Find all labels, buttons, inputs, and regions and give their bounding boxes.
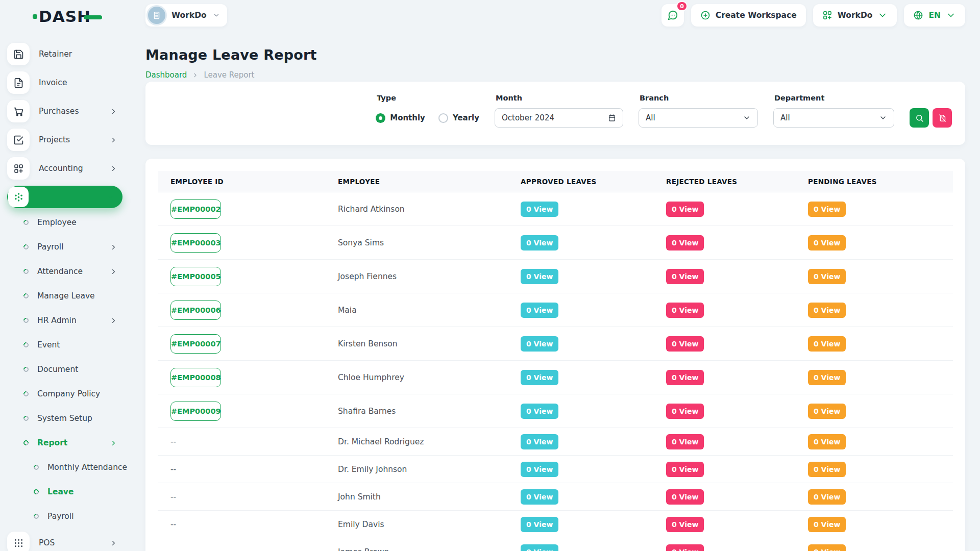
sidebar-item-manage-leave[interactable]: Manage Leave bbox=[0, 287, 122, 305]
pending-view-badge[interactable]: 0 View bbox=[808, 517, 846, 532]
chevron-right-icon bbox=[110, 539, 117, 547]
rejected-view-badge[interactable]: 0 View bbox=[666, 235, 704, 251]
employee-id-badge[interactable]: #EMP00005 bbox=[170, 267, 221, 286]
pending-view-badge[interactable]: 0 View bbox=[808, 370, 846, 385]
approved-view-badge[interactable]: 0 View bbox=[521, 269, 558, 284]
sidebar-item-payroll[interactable]: Payroll bbox=[0, 507, 122, 525]
approved-view-badge[interactable]: 0 View bbox=[521, 404, 558, 419]
approved-view-badge[interactable]: 0 View bbox=[521, 202, 558, 217]
rejected-view-badge[interactable]: 0 View bbox=[666, 202, 704, 217]
approved-view-badge[interactable]: 0 View bbox=[521, 462, 558, 477]
rejected-view-badge[interactable]: 0 View bbox=[666, 462, 704, 477]
sidebar-item-projects[interactable]: Projects bbox=[7, 129, 122, 151]
rejected-view-badge[interactable]: 0 View bbox=[666, 336, 704, 352]
pending-view-badge[interactable]: 0 View bbox=[808, 235, 846, 251]
sidebar-item-retainer[interactable]: Retainer bbox=[7, 43, 122, 65]
export-off-button[interactable] bbox=[933, 108, 952, 128]
approved-view-badge[interactable]: 0 View bbox=[521, 235, 558, 251]
sidebar-item-invoice[interactable]: Invoice bbox=[7, 71, 122, 94]
approved-view-badge[interactable]: 0 View bbox=[521, 489, 558, 505]
rejected-view-badge[interactable]: 0 View bbox=[666, 434, 704, 449]
rejected-view-badge[interactable]: 0 View bbox=[666, 404, 704, 419]
rejected-view-badge[interactable]: 0 View bbox=[666, 544, 704, 551]
approved-view-badge[interactable]: 0 View bbox=[521, 370, 558, 385]
employee-id-badge[interactable]: #EMP00002 bbox=[170, 199, 221, 219]
month-input[interactable]: October 2024 bbox=[495, 108, 623, 128]
employee-id-badge[interactable]: #EMP00003 bbox=[170, 233, 221, 253]
pending-leaves-cell: 0 View bbox=[795, 404, 953, 419]
breadcrumb-dashboard-link[interactable]: Dashboard bbox=[145, 70, 187, 80]
create-workspace-button[interactable]: Create Workspace bbox=[691, 4, 806, 27]
employee-id-badge[interactable]: #EMP00009 bbox=[170, 402, 221, 421]
rejected-leaves-cell: 0 View bbox=[653, 303, 795, 318]
employee-id-badge[interactable]: #EMP00008 bbox=[170, 368, 221, 387]
table-row: --James Brown0 View0 View0 View bbox=[158, 538, 953, 551]
employee-id-cell: -- bbox=[158, 437, 325, 446]
approved-view-badge[interactable]: 0 View bbox=[521, 544, 558, 551]
rejected-view-badge[interactable]: 0 View bbox=[666, 517, 704, 532]
sidebar-item-employee[interactable]: Employee bbox=[0, 213, 122, 232]
radio-selected-icon bbox=[376, 113, 385, 123]
pending-view-badge[interactable]: 0 View bbox=[808, 544, 846, 551]
department-select[interactable]: All bbox=[773, 108, 894, 128]
dash-logo[interactable]: DASH bbox=[33, 7, 102, 26]
sidebar-item-event[interactable]: Event bbox=[0, 336, 122, 354]
pending-view-badge[interactable]: 0 View bbox=[808, 462, 846, 477]
sidebar-item-report[interactable]: Report bbox=[0, 434, 122, 452]
approved-view-badge[interactable]: 0 View bbox=[521, 336, 558, 352]
radio-yearly[interactable]: Yearly bbox=[438, 113, 479, 123]
rejected-view-badge[interactable]: 0 View bbox=[666, 489, 704, 505]
pending-view-badge[interactable]: 0 View bbox=[808, 269, 846, 284]
sidebar-item-company-policy[interactable]: Company Policy bbox=[0, 385, 122, 403]
column-header: EMPLOYEE ID bbox=[158, 178, 325, 186]
sidebar-item-attendance[interactable]: Attendance bbox=[0, 262, 122, 281]
radio-monthly[interactable]: Monthly bbox=[376, 113, 425, 123]
radio-unselected-icon bbox=[438, 113, 448, 123]
bullet-icon bbox=[22, 415, 30, 422]
cart-icon bbox=[7, 100, 30, 122]
employee-id-badge[interactable]: #EMP00007 bbox=[170, 334, 221, 354]
employee-id-cell: #EMP00009 bbox=[158, 402, 325, 421]
pending-view-badge[interactable]: 0 View bbox=[808, 202, 846, 217]
approved-view-badge[interactable]: 0 View bbox=[521, 517, 558, 532]
chevron-right-icon bbox=[110, 317, 117, 324]
sidebar-item-purchases[interactable]: Purchases bbox=[7, 100, 122, 122]
pending-view-badge[interactable]: 0 View bbox=[808, 489, 846, 505]
workspace-switcher[interactable]: WorkDo bbox=[145, 4, 227, 27]
bullet-icon bbox=[22, 341, 30, 348]
topbar: WorkDo 0 Create Workspace WorkDo EN bbox=[145, 4, 965, 27]
rejected-view-badge[interactable]: 0 View bbox=[666, 370, 704, 385]
sidebar-item-label: Purchases bbox=[39, 107, 79, 116]
rejected-view-badge[interactable]: 0 View bbox=[666, 303, 704, 318]
employee-id-empty: -- bbox=[170, 492, 176, 502]
approved-leaves-cell: 0 View bbox=[508, 202, 653, 217]
pending-view-badge[interactable]: 0 View bbox=[808, 303, 846, 318]
approved-view-badge[interactable]: 0 View bbox=[521, 303, 558, 318]
employee-name: James Brown bbox=[325, 547, 508, 551]
table-row: #EMP00005Joseph Fiennes0 View0 View0 Vie… bbox=[158, 260, 953, 293]
messages-button[interactable]: 0 bbox=[662, 4, 684, 27]
sidebar-item-hr-admin[interactable]: HR Admin bbox=[0, 311, 122, 330]
rejected-view-badge[interactable]: 0 View bbox=[666, 269, 704, 284]
pending-view-badge[interactable]: 0 View bbox=[808, 434, 846, 449]
search-button[interactable] bbox=[910, 108, 929, 128]
language-selector[interactable]: EN bbox=[904, 4, 965, 27]
pending-view-badge[interactable]: 0 View bbox=[808, 404, 846, 419]
table-row: --Dr. Emily Johnson0 View0 View0 View bbox=[158, 456, 953, 483]
sidebar-item-monthly-attendance[interactable]: Monthly Attendance bbox=[0, 458, 122, 477]
approved-leaves-cell: 0 View bbox=[508, 544, 653, 551]
branch-select[interactable]: All bbox=[639, 108, 758, 128]
sidebar-item-document[interactable]: Document bbox=[0, 360, 122, 379]
sidebar-item-payroll[interactable]: Payroll bbox=[0, 238, 122, 256]
sidebar-item-accounting[interactable]: Accounting bbox=[7, 157, 122, 180]
bullet-icon bbox=[33, 488, 40, 495]
employee-id-cell: #EMP00008 bbox=[158, 368, 325, 387]
approved-view-badge[interactable]: 0 View bbox=[521, 434, 558, 449]
sidebar-item-leave[interactable]: Leave bbox=[0, 483, 122, 501]
app-switcher-button[interactable]: WorkDo bbox=[813, 4, 897, 27]
sidebar-item-pos[interactable]: POS bbox=[7, 532, 122, 551]
sidebar-item-hrm[interactable]: HRM bbox=[7, 186, 122, 208]
sidebar-item-system-setup[interactable]: System Setup bbox=[0, 409, 122, 428]
pending-view-badge[interactable]: 0 View bbox=[808, 336, 846, 352]
employee-id-badge[interactable]: #EMP00006 bbox=[170, 300, 221, 320]
